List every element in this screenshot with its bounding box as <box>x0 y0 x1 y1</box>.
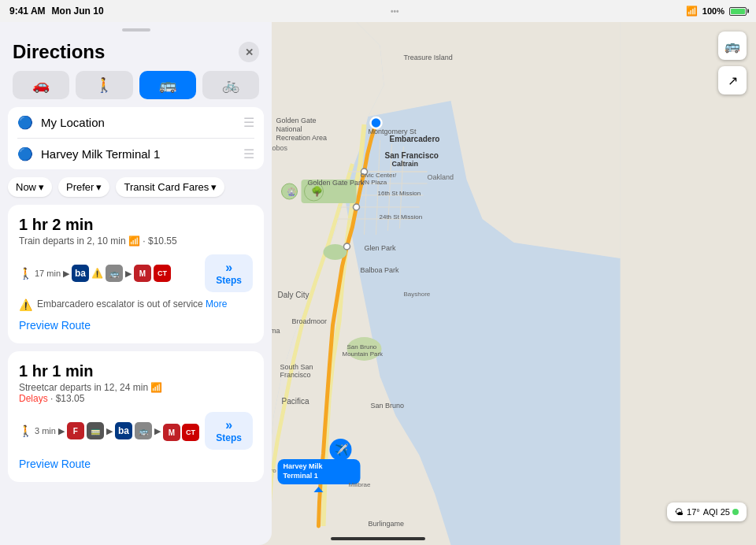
tab-transit[interactable]: 🚌 <box>139 71 196 99</box>
sidebar-panel: Directions ✕ 🚗 🚶 🚌 🚲 🔵 My Location ☰ 🔵 H… <box>0 22 272 545</box>
battery-icon <box>729 7 747 16</box>
weather-icon: 🌤 <box>675 507 684 517</box>
svg-text:San Bruno: San Bruno <box>347 343 377 350</box>
route-2-duration: 1 hr 1 min <box>19 362 162 380</box>
preview-link-1[interactable]: Preview Route <box>19 319 91 332</box>
route-card-2: 1 hr 1 min Streetcar departs in 12, 24 m… <box>8 351 264 482</box>
svg-text:Glen Park: Glen Park <box>365 244 397 252</box>
svg-text:Daly City: Daly City <box>278 291 309 299</box>
svg-text:South San: South San <box>280 363 313 371</box>
svg-text:Montgomery St: Montgomery St <box>369 128 417 135</box>
origin-handle[interactable]: ☰ <box>243 115 254 130</box>
svg-text:🎡: 🎡 <box>287 187 297 197</box>
svg-text:Oakland: Oakland <box>428 173 454 181</box>
destination-text: Harvey Milk Terminal 1 <box>41 147 235 161</box>
status-date: Mon Jun 10 <box>52 6 104 17</box>
filter-prefer[interactable]: Prefer ▾ <box>58 177 109 197</box>
location-button[interactable]: ↗ <box>718 66 747 95</box>
svg-text:Recreation Area: Recreation Area <box>276 134 328 142</box>
route-2-icons: 🚶 3 min ▶ F 🚃 ▶ ba 🚌 ▶ M CT <box>19 421 199 441</box>
chevron-down-icon-2: ▾ <box>96 181 102 193</box>
steps-button-1[interactable]: » Steps <box>205 254 253 292</box>
svg-text:Francisco: Francisco <box>280 371 311 379</box>
svg-text:National: National <box>276 125 302 133</box>
route-1-duration: 1 hr 2 min <box>19 216 177 234</box>
location-inputs: 🔵 My Location ☰ 🔵 Harvey Milk Terminal 1… <box>8 107 264 169</box>
tab-walk[interactable]: 🚶 <box>76 71 132 99</box>
chevron-down-icon: ▾ <box>39 181 44 193</box>
caltrain-icon-1: CT <box>154 265 171 282</box>
drag-handle[interactable] <box>122 28 150 32</box>
wifi-icon: 📶 <box>686 6 698 17</box>
preview-link-2[interactable]: Preview Route <box>19 458 91 470</box>
route-1-icons: 🚶 17 min ▶ ba ⚠️ 🚌 ▶ M CT <box>19 265 171 282</box>
svg-point-14 <box>371 117 382 128</box>
bus-icon-1: 🚌 <box>106 265 123 282</box>
status-right: 📶 100% <box>686 6 747 17</box>
tab-car[interactable]: 🚗 <box>13 71 69 99</box>
arrow-5: ▶ <box>154 426 161 436</box>
bus-icon-2: 🚌 <box>135 422 152 439</box>
bart-icon-2: ba <box>115 422 132 439</box>
destination-handle[interactable]: ☰ <box>243 146 254 161</box>
alert-icon-1: ⚠️ <box>19 298 32 311</box>
origin-row[interactable]: 🔵 My Location ☰ <box>8 107 264 138</box>
walk-time-2: 3 min <box>35 426 56 436</box>
bart-icon-1: ba <box>72 265 89 282</box>
svg-text:Millbrae: Millbrae <box>349 481 372 488</box>
svg-text:Pacifica: Pacifica <box>282 397 309 406</box>
route-card-1: 1 hr 2 min Train departs in 2, 10 min 📶 … <box>8 205 264 343</box>
muni-icon-3: M <box>163 424 180 441</box>
filter-fare[interactable]: Transit Card Fares ▾ <box>116 177 224 197</box>
svg-point-16 <box>354 204 360 210</box>
steps-chevron-1: » <box>225 261 232 275</box>
alert-text-1: Embarcadero escalator is out of service … <box>37 298 227 310</box>
transit-view-button[interactable]: 🚌 <box>718 32 747 60</box>
svg-text:🌳: 🌳 <box>311 185 323 197</box>
map-controls: 🚌 ↗ <box>718 32 747 95</box>
walk-icon-1: 🚶 <box>19 267 32 280</box>
svg-text:Bayshore: Bayshore <box>404 291 431 298</box>
svg-text:Civic Center/: Civic Center/ <box>361 172 398 179</box>
muni-icon-1: M <box>134 265 151 282</box>
arrow-2: ▶ <box>125 269 132 279</box>
route-2-subtitle: Streetcar departs in 12, 24 min 📶 Delays… <box>19 382 162 404</box>
close-button[interactable]: ✕ <box>239 42 259 62</box>
status-center: ••• <box>391 7 399 16</box>
weather-temp: 17° <box>687 507 700 517</box>
more-link-1[interactable]: More <box>206 298 227 310</box>
tab-bike[interactable]: 🚲 <box>202 71 259 99</box>
alert-row-1: ⚠️ Embarcadero escalator is out of servi… <box>19 298 253 311</box>
svg-text:San Bruno: San Bruno <box>371 402 405 410</box>
svg-text:UN Plaza: UN Plaza <box>361 179 387 186</box>
preview-route-1: Preview Route <box>19 311 253 332</box>
svg-text:Mountain Park: Mountain Park <box>343 350 384 358</box>
svg-text:Treasure Island: Treasure Island <box>404 54 453 61</box>
steps-label-2: Steps <box>216 432 242 443</box>
svg-text:16th St Mission: 16th St Mission <box>378 190 421 197</box>
delays-label: Delays <box>19 393 48 404</box>
status-time: 9:41 AM <box>9 6 46 17</box>
svg-text:Caltrain: Caltrain <box>392 160 419 168</box>
transport-tabs: 🚗 🚶 🚌 🚲 <box>0 68 272 107</box>
walk-time-1: 17 min <box>35 269 61 278</box>
steps-button-2[interactable]: » Steps <box>205 412 253 450</box>
alert-triangle-icon: ⚠️ <box>91 268 103 279</box>
filter-time[interactable]: Now ▾ <box>8 177 52 197</box>
preview-route-2: Preview Route <box>19 450 253 471</box>
route-1-subtitle: Train departs in 2, 10 min 📶 · $10.55 <box>19 235 177 247</box>
directions-title: Directions <box>13 41 105 63</box>
weather-badge: 🌤 17° AQI 25 <box>667 502 747 521</box>
svg-text:Terminal 1: Terminal 1 <box>284 472 318 480</box>
caltrain-icon-2: CT <box>182 424 199 441</box>
svg-text:Harvey Milk: Harvey Milk <box>284 462 324 470</box>
destination-icon: 🔵 <box>17 146 33 161</box>
chevron-down-icon-3: ▾ <box>211 181 217 193</box>
streetcar-icon: 🚃 <box>87 422 104 439</box>
destination-row[interactable]: 🔵 Harvey Milk Terminal 1 ☰ <box>8 139 264 169</box>
muni-icon-2: F <box>67 422 84 439</box>
steps-chevron-2: » <box>225 418 232 432</box>
steps-label-1: Steps <box>216 275 242 286</box>
svg-text:Balboa Park: Balboa Park <box>361 266 400 274</box>
arrow-3: ▶ <box>58 426 65 436</box>
